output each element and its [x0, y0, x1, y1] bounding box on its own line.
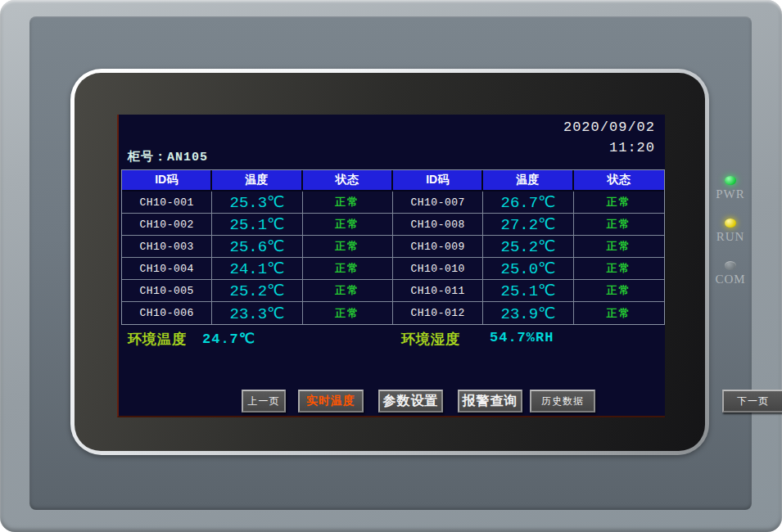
channel-temperature-table: ID码 温度 状态 ID码 温度 状态 CH10-001 25.3℃ 正常 CH… — [121, 169, 665, 325]
alarm-query-button[interactable]: 报警查询 — [458, 390, 522, 413]
ambient-temp-value: 24.7℃ — [202, 330, 255, 347]
cell-temperature: 25.0℃ — [483, 258, 573, 280]
tab-realtime-temperature-button[interactable]: 实时温度 — [298, 390, 364, 413]
cell-channel-id: CH10-006 — [122, 302, 212, 324]
cell-channel-id: CH10-003 — [122, 236, 212, 258]
cell-channel-id: CH10-011 — [393, 280, 483, 302]
cell-channel-id: CH10-009 — [393, 236, 483, 258]
com-led-label: COM — [715, 273, 745, 286]
ambient-temp-label: 环境温度 — [128, 330, 187, 349]
cell-status: 正常 — [574, 280, 664, 302]
cabinet-id-label: 柜号：AN105 — [128, 149, 208, 165]
power-led-icon — [725, 176, 736, 185]
run-led-label: RUN — [716, 230, 745, 244]
cell-channel-id: CH10-007 — [393, 192, 483, 214]
led-unit-com: COM — [709, 261, 752, 286]
column-header: 温度 — [483, 170, 573, 192]
column-header: ID码 — [393, 170, 483, 192]
column-header: 温度 — [212, 170, 302, 192]
cell-status: 正常 — [574, 236, 664, 258]
cell-temperature: 23.9℃ — [483, 302, 573, 324]
lcd-screen: 2020/09/02 11:20 柜号：AN105 ID码 温度 状态 ID码 … — [117, 115, 665, 417]
cell-channel-id: CH10-001 — [122, 192, 212, 214]
date-display: 2020/09/02 — [563, 119, 655, 135]
cell-channel-id: CH10-012 — [393, 302, 483, 324]
cell-temperature: 25.2℃ — [483, 236, 573, 258]
column-header: ID码 — [122, 170, 212, 192]
com-led-icon — [725, 261, 736, 270]
time-display: 11:20 — [609, 140, 655, 156]
cell-status: 正常 — [574, 302, 664, 324]
cell-temperature: 23.3℃ — [212, 302, 302, 324]
column-header: 状态 — [303, 170, 393, 192]
hmi-device: 2020/09/02 11:20 柜号：AN105 ID码 温度 状态 ID码 … — [0, 0, 782, 532]
led-unit-power: PWR — [709, 176, 752, 201]
cell-status: 正常 — [574, 258, 664, 280]
cell-status: 正常 — [303, 236, 393, 258]
cell-channel-id: CH10-008 — [393, 214, 483, 236]
column-header: 状态 — [574, 170, 664, 192]
cell-channel-id: CH10-004 — [122, 258, 212, 280]
cell-channel-id: CH10-005 — [122, 280, 212, 302]
cell-temperature: 25.3℃ — [212, 192, 302, 214]
cell-status: 正常 — [303, 280, 393, 302]
parameter-settings-button[interactable]: 参数设置 — [378, 390, 443, 413]
history-data-button[interactable]: 历史数据 — [530, 390, 595, 413]
power-led-label: PWR — [716, 187, 745, 201]
cell-channel-id: CH10-002 — [122, 214, 212, 236]
cell-status: 正常 — [574, 192, 664, 214]
cell-temperature: 25.1℃ — [483, 280, 573, 302]
run-led-icon — [725, 219, 736, 228]
cell-temperature: 25.1℃ — [212, 214, 302, 236]
cell-status: 正常 — [303, 192, 393, 214]
cell-status: 正常 — [303, 214, 393, 236]
nav-prev-page-button[interactable]: 上一页 — [242, 390, 286, 413]
cell-status: 正常 — [303, 258, 393, 280]
cell-status: 正常 — [303, 302, 393, 324]
led-unit-run: RUN — [709, 219, 752, 244]
cell-temperature: 25.6℃ — [212, 236, 302, 258]
cell-channel-id: CH10-010 — [393, 258, 483, 280]
cell-temperature: 26.7℃ — [483, 192, 573, 214]
nav-next-page-button[interactable]: 下一页 — [722, 390, 782, 413]
cell-status: 正常 — [574, 214, 664, 236]
ambient-humidity-value: 54.7%RH — [490, 330, 554, 345]
cell-temperature: 24.1℃ — [212, 258, 302, 280]
cell-temperature: 27.2℃ — [483, 214, 573, 236]
cell-temperature: 25.2℃ — [212, 280, 302, 302]
ambient-humidity-label: 环境湿度 — [401, 330, 460, 349]
